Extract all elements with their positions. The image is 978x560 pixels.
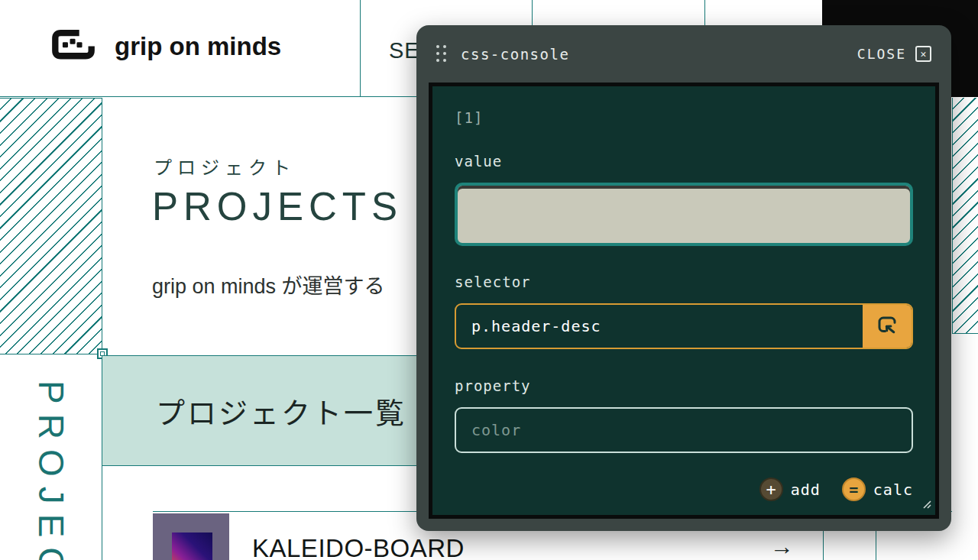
- console-actions: + add = calc: [455, 477, 913, 501]
- value-field-label: value: [455, 153, 913, 170]
- project-thumbnail: [153, 513, 229, 560]
- project-thumbnail-art: [172, 532, 212, 560]
- page-subtitle-jp: プロジェクト: [154, 153, 296, 180]
- element-picker-icon: [876, 314, 899, 339]
- css-console-titlebar: css-console CLOSE ✕: [416, 25, 951, 83]
- element-picker-button[interactable]: [863, 305, 912, 348]
- grip-logo-icon: [49, 28, 98, 65]
- selector-input[interactable]: [456, 305, 863, 348]
- project-title: KALEIDO-BOARD: [252, 534, 465, 560]
- rule-index-label: [1]: [455, 109, 913, 126]
- close-icon: ✕: [915, 46, 931, 62]
- page-title: PROJECTS: [152, 184, 403, 229]
- site-logo[interactable]: grip on minds: [49, 28, 281, 65]
- add-button-label: add: [791, 481, 821, 499]
- page-intro-text: grip on minds が運営する: [152, 270, 385, 299]
- hatched-decor-left: [0, 98, 102, 354]
- section-banner-label: プロジェクト一覧: [156, 390, 406, 432]
- nav-item-partial[interactable]: SE: [389, 38, 420, 63]
- equals-icon: =: [842, 477, 866, 501]
- plus-icon: +: [759, 477, 783, 501]
- grid-line-vertical: [102, 355, 102, 560]
- window-title: css-console: [461, 46, 569, 63]
- drag-handle-icon[interactable]: [436, 45, 447, 63]
- header-separator-line: [360, 0, 361, 97]
- hatched-decor-right: [952, 98, 978, 334]
- close-button[interactable]: CLOSE ✕: [857, 46, 931, 62]
- css-console-body: [1] value selector property: [429, 83, 939, 519]
- arrow-right-icon: →: [770, 533, 794, 560]
- property-input[interactable]: [455, 407, 913, 453]
- page: grip on minds SE プロジェクト PROJECTS grip on…: [0, 0, 978, 560]
- selector-field-group: [455, 303, 913, 349]
- property-field-label: property: [455, 377, 913, 394]
- vertical-section-label: PROJECT: [31, 380, 72, 560]
- selector-field-label: selector: [455, 274, 913, 290]
- resize-handle[interactable]: [921, 497, 931, 512]
- close-button-label: CLOSE: [857, 46, 906, 62]
- add-button[interactable]: + add: [759, 477, 821, 501]
- calc-button[interactable]: = calc: [842, 477, 913, 501]
- calc-button-label: calc: [873, 481, 913, 499]
- logo-text: grip on minds: [115, 32, 281, 61]
- value-color-swatch[interactable]: [455, 183, 913, 246]
- css-console-window: css-console CLOSE ✕ [1] value selector: [416, 25, 951, 531]
